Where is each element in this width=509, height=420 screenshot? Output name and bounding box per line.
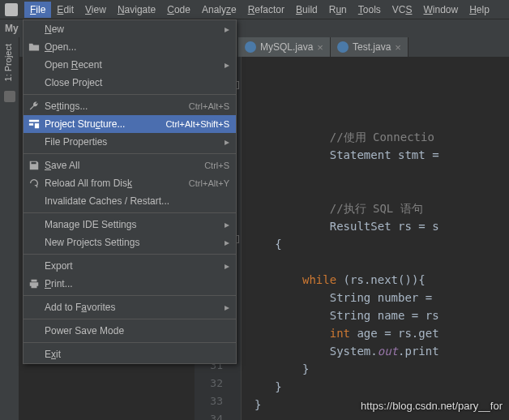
close-icon[interactable]: × bbox=[395, 41, 401, 54]
code-editor[interactable]: //使用 Connectio Statement stmt = //执行 SQL… bbox=[254, 57, 509, 420]
menu-tools[interactable]: Tools bbox=[353, 2, 387, 18]
menu-file[interactable]: File bbox=[24, 2, 51, 18]
mi-invalidate[interactable]: Invalidate Caches / Restart... bbox=[24, 192, 236, 210]
menu-refactor[interactable]: Refactor bbox=[242, 2, 290, 18]
separator bbox=[24, 212, 236, 213]
separator bbox=[24, 295, 236, 296]
separator bbox=[24, 319, 236, 319]
line-number: 33 bbox=[195, 392, 241, 410]
mi-new-projects-settings[interactable]: New Projects Settings▸ bbox=[24, 234, 236, 251]
line-number: 34 bbox=[195, 410, 241, 420]
svg-rect-0 bbox=[28, 120, 38, 122]
svg-rect-1 bbox=[28, 123, 32, 126]
java-file-icon bbox=[337, 41, 349, 53]
submenu-arrow-icon: ▸ bbox=[225, 302, 229, 313]
mi-close-project[interactable]: Close Project bbox=[24, 74, 236, 92]
menu-view[interactable]: View bbox=[79, 2, 112, 18]
mi-reload[interactable]: Reload All from Disk Ctrl+Alt+Y bbox=[24, 174, 236, 192]
submenu-arrow-icon: ▸ bbox=[225, 136, 229, 148]
menu-vcs[interactable]: VCS bbox=[387, 2, 418, 18]
wrench-icon bbox=[28, 101, 40, 112]
tool-window-bar: 1: Project bbox=[0, 37, 19, 420]
project-label: My bbox=[5, 23, 19, 34]
mi-open[interactable]: Open... bbox=[24, 38, 236, 56]
submenu-arrow-icon: ▸ bbox=[225, 260, 229, 272]
project-structure-icon bbox=[28, 118, 40, 130]
folder-open-icon bbox=[28, 41, 40, 53]
java-file-icon bbox=[245, 41, 256, 53]
menu-edit[interactable]: Edit bbox=[51, 2, 79, 18]
line-number: 32 bbox=[195, 375, 241, 392]
project-toolwindow-button[interactable]: 1: Project bbox=[0, 37, 16, 88]
menu-build[interactable]: Build bbox=[290, 2, 323, 18]
tab-test[interactable]: Test.java × bbox=[331, 37, 408, 57]
watermark: https://blog.csdn.net/pary__for bbox=[361, 400, 503, 412]
menu-navigate[interactable]: Navigate bbox=[112, 2, 161, 18]
separator bbox=[24, 342, 236, 343]
submenu-arrow-icon: ▸ bbox=[225, 237, 229, 248]
mi-file-properties[interactable]: File Properties▸ bbox=[24, 133, 236, 151]
menu-code[interactable]: Code bbox=[161, 2, 196, 18]
save-icon bbox=[28, 160, 40, 171]
mi-save-all[interactable]: Save All Ctrl+S bbox=[24, 156, 236, 174]
separator bbox=[24, 153, 236, 154]
app-logo bbox=[5, 3, 18, 16]
mi-open-recent[interactable]: Open Recent▸ bbox=[24, 56, 236, 74]
mi-add-favorites[interactable]: Add to Favorites▸ bbox=[24, 298, 236, 316]
menu-analyze[interactable]: Analyze bbox=[196, 2, 242, 18]
mi-project-structure[interactable]: Project Structure... Ctrl+Alt+Shift+S bbox=[24, 115, 236, 133]
shortcut-text: Ctrl+Alt+Y bbox=[189, 178, 229, 188]
mi-settings[interactable]: Settings... Ctrl+Alt+S bbox=[24, 97, 236, 115]
submenu-arrow-icon: ▸ bbox=[225, 24, 229, 35]
tab-label: MySQL.java bbox=[260, 41, 313, 53]
svg-rect-2 bbox=[34, 123, 38, 128]
tab-label: Test.java bbox=[353, 41, 391, 53]
mi-manage-ide[interactable]: Manage IDE Settings▸ bbox=[24, 216, 236, 234]
menu-run[interactable]: Run bbox=[323, 2, 353, 18]
reload-icon bbox=[28, 178, 40, 189]
mi-print[interactable]: Print... bbox=[24, 275, 236, 293]
separator bbox=[24, 254, 236, 255]
shortcut-text: Ctrl+Alt+S bbox=[189, 101, 229, 111]
menu-window[interactable]: Window bbox=[417, 2, 464, 18]
structure-icon[interactable] bbox=[4, 91, 15, 102]
submenu-arrow-icon: ▸ bbox=[225, 219, 229, 230]
print-icon bbox=[28, 278, 40, 289]
mi-new[interactable]: New▸ bbox=[24, 20, 236, 38]
close-icon[interactable]: × bbox=[317, 41, 323, 54]
mi-power-save[interactable]: Power Save Mode bbox=[24, 322, 236, 340]
separator bbox=[24, 94, 236, 95]
shortcut-text: Ctrl+S bbox=[204, 161, 229, 170]
shortcut-text: Ctrl+Alt+Shift+S bbox=[165, 119, 229, 129]
submenu-arrow-icon: ▸ bbox=[225, 59, 229, 71]
mi-export[interactable]: Export▸ bbox=[24, 257, 236, 275]
menu-help[interactable]: Help bbox=[464, 2, 495, 18]
menubar: File Edit View Navigate Code Analyze Ref… bbox=[0, 0, 509, 19]
tab-mysql[interactable]: MySQL.java × bbox=[238, 37, 331, 57]
file-menu-dropdown: New▸ Open... Open Recent▸ Close Project … bbox=[23, 19, 237, 364]
mi-exit[interactable]: Exit bbox=[24, 345, 236, 363]
